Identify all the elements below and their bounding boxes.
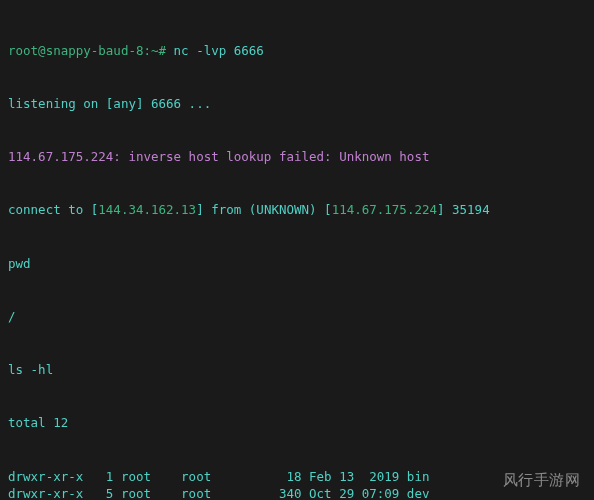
cmd-pwd: pwd: [8, 255, 586, 273]
terminal-panel[interactable]: root@snappy-baud-8:~# nc -lvp 6666 liste…: [0, 0, 594, 500]
prompt-line: root@snappy-baud-8:~# nc -lvp 6666: [8, 42, 586, 60]
list-item: drwxr-xr-x 1 root root 18 Feb 13 2019 bi…: [8, 468, 586, 486]
out-total: total 12: [8, 414, 586, 432]
prompt-text: root@snappy-baud-8:~#: [8, 43, 166, 58]
cmd-ls: ls -hl: [8, 361, 586, 379]
list-item: drwxr-xr-x 5 root root 340 Oct 29 07:09 …: [8, 485, 586, 500]
out-listening: listening on [any] 6666 ...: [8, 95, 586, 113]
out-error: 114.67.175.224: inverse host lookup fail…: [8, 148, 586, 166]
file-listing: drwxr-xr-x 1 root root 18 Feb 13 2019 bi…: [8, 468, 586, 501]
cmd-nc: nc -lvp 6666: [174, 43, 264, 58]
out-connect: connect to [144.34.162.13] from (UNKNOWN…: [8, 201, 586, 219]
out-pwd: /: [8, 308, 586, 326]
